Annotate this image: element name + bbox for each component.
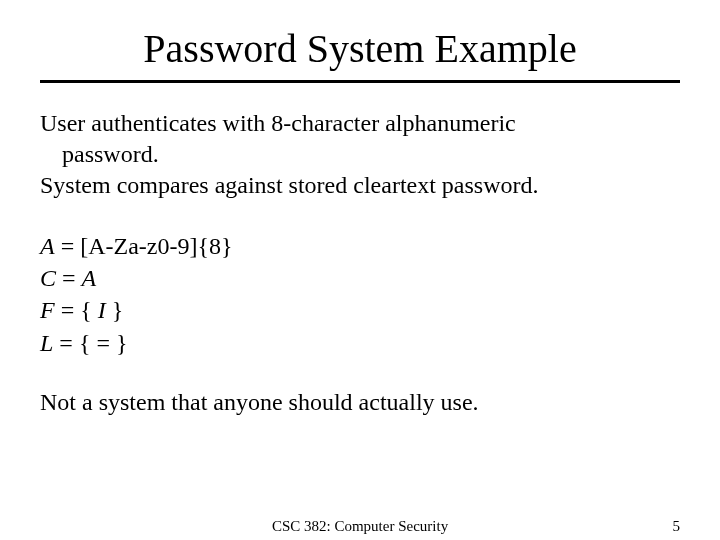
formula-var: F [40,297,55,323]
footer-page-number: 5 [673,518,681,535]
formula-text: = [A-Za-z0-9]{8} [55,233,233,259]
formula-text: = [56,265,82,291]
formula-line-3: F = { I } [40,294,680,326]
closing-text: Not a system that anyone should actually… [40,387,680,418]
body-line-1: User authenticates with 8-character alph… [40,108,680,139]
formula-var: L [40,330,53,356]
footer-course: CSC 382: Computer Security [272,518,448,535]
formula-text: } [106,297,124,323]
formula-line-1: A = [A-Za-z0-9]{8} [40,230,680,262]
formula-var: I [98,297,106,323]
body-line-3: System compares against stored cleartext… [40,170,680,201]
formula-line-2: C = A [40,262,680,294]
formula-text: = { = } [53,330,127,356]
body-paragraph: User authenticates with 8-character alph… [40,108,680,202]
formula-block: A = [A-Za-z0-9]{8} C = A F = { I } L = {… [40,230,680,360]
formula-var: A [40,233,55,259]
title-rule [40,80,680,83]
formula-line-4: L = { = } [40,327,680,359]
formula-text: = { [55,297,98,323]
slide-title: Password System Example [40,25,680,72]
body-line-2: password. [62,139,680,170]
formula-var: A [82,265,97,291]
formula-var: C [40,265,56,291]
